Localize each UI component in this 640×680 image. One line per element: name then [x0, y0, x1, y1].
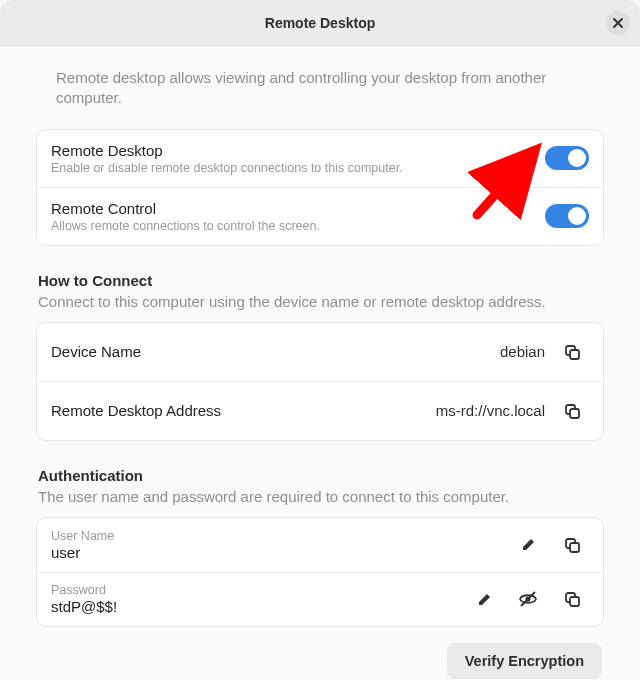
verify-encryption-button[interactable]: Verify Encryption	[447, 643, 602, 679]
header: Remote Desktop	[0, 0, 640, 46]
copy-password-button[interactable]	[555, 582, 589, 616]
svg-line-7	[521, 592, 535, 606]
svg-rect-5	[570, 543, 579, 552]
username-label: User Name	[51, 529, 511, 543]
header-title: Remote Desktop	[265, 15, 375, 31]
remote-control-row: Remote Control Allows remote connections…	[37, 187, 603, 245]
footer: Verify Encryption	[36, 643, 604, 679]
close-icon	[612, 17, 624, 29]
pencil-icon	[520, 536, 537, 553]
auth-heading: Authentication	[38, 467, 602, 484]
auth-sub: The user name and password are required …	[38, 488, 602, 505]
remote-desktop-sub: Enable or disable remote desktop connect…	[51, 161, 545, 175]
remote-desktop-title: Remote Desktop	[51, 142, 545, 159]
intro-text: Remote desktop allows viewing and contro…	[56, 68, 584, 109]
address-value: ms-rd://vnc.local	[436, 402, 545, 419]
copy-icon	[563, 343, 581, 361]
copy-icon	[563, 536, 581, 554]
address-label: Remote Desktop Address	[51, 402, 436, 419]
device-name-value: debian	[500, 343, 545, 360]
eye-slash-icon	[518, 589, 538, 609]
connect-sub: Connect to this computer using the devic…	[38, 293, 602, 310]
remote-control-toggle[interactable]	[545, 204, 589, 228]
svg-rect-3	[570, 409, 579, 418]
copy-icon	[563, 590, 581, 608]
remote-control-sub: Allows remote connections to control the…	[51, 219, 545, 233]
username-row: User Name user	[37, 518, 603, 572]
copy-address-button[interactable]	[555, 394, 589, 428]
hide-password-button[interactable]	[511, 582, 545, 616]
password-label: Password	[51, 583, 467, 597]
close-button[interactable]	[606, 11, 630, 35]
edit-password-button[interactable]	[467, 582, 501, 616]
device-name-label: Device Name	[51, 343, 500, 360]
remote-desktop-row: Remote Desktop Enable or disable remote …	[37, 130, 603, 187]
copy-username-button[interactable]	[555, 528, 589, 562]
auth-group: User Name user Password stdP@$$!	[36, 517, 604, 627]
copy-icon	[563, 402, 581, 420]
password-value: stdP@$$!	[51, 598, 467, 615]
svg-rect-9	[570, 597, 579, 606]
toggles-group: Remote Desktop Enable or disable remote …	[36, 129, 604, 246]
connect-heading: How to Connect	[38, 272, 602, 289]
password-row: Password stdP@$$!	[37, 572, 603, 626]
username-value: user	[51, 544, 511, 561]
copy-device-name-button[interactable]	[555, 335, 589, 369]
edit-username-button[interactable]	[511, 528, 545, 562]
device-name-row: Device Name debian	[37, 323, 603, 381]
address-row: Remote Desktop Address ms-rd://vnc.local	[37, 381, 603, 440]
connect-group: Device Name debian Remote Desktop Addres…	[36, 322, 604, 441]
svg-rect-1	[570, 350, 579, 359]
content: Remote desktop allows viewing and contro…	[0, 46, 640, 680]
pencil-icon	[476, 591, 493, 608]
remote-desktop-toggle[interactable]	[545, 146, 589, 170]
remote-control-title: Remote Control	[51, 200, 545, 217]
